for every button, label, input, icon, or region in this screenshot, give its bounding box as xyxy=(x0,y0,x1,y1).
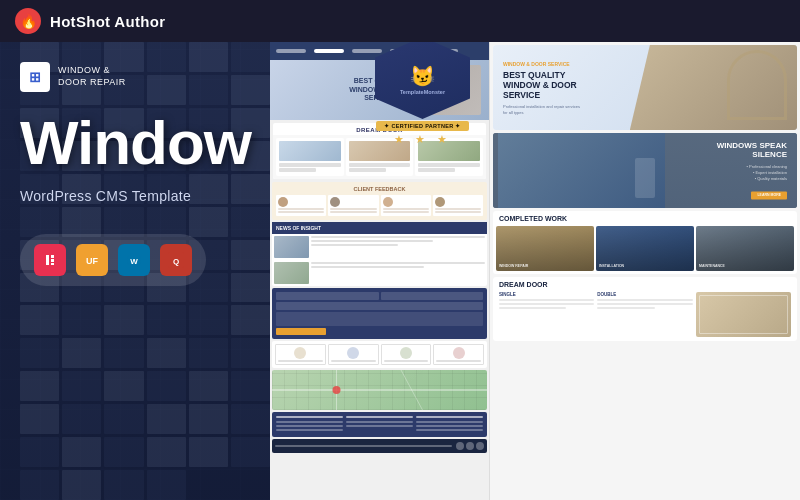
feedback-line-1 xyxy=(278,208,324,210)
card-image-1 xyxy=(279,141,341,161)
grid-cell xyxy=(147,371,186,401)
feedback-line-3 xyxy=(330,208,376,210)
preview-right: WINDOW & DOOR SERVICE BEST QUALITYWINDOW… xyxy=(490,42,800,500)
work-images-grid: WINDOW REPAIR INSTALLATION MAINTENANCE xyxy=(493,226,797,274)
work-image-1: WINDOW REPAIR xyxy=(496,226,594,271)
grid-cell xyxy=(104,338,143,368)
feedback-item-4 xyxy=(433,195,483,216)
door-title: DREAM DOOR xyxy=(499,281,791,288)
grid-cell xyxy=(62,470,101,500)
footer-line-1 xyxy=(276,421,343,423)
brand-badge: ⊞ WINDOW & DOOR REPAIR xyxy=(20,62,250,92)
grid-cell xyxy=(231,338,270,368)
feedback-item-3 xyxy=(381,195,431,216)
card-text-1 xyxy=(279,163,341,167)
grid-cell xyxy=(231,371,270,401)
grid-cell xyxy=(147,437,186,467)
news-row-2 xyxy=(272,260,487,286)
feedback-avatar-3 xyxy=(383,197,393,207)
feedback-line-7 xyxy=(435,208,481,210)
mockup-feedback-section: CLIENT FEEDBACK xyxy=(272,182,487,220)
work-label-2: INSTALLATION xyxy=(599,264,691,268)
grid-cell xyxy=(147,305,186,335)
social-icon-1 xyxy=(456,442,464,450)
grid-cell xyxy=(20,437,59,467)
news-row-1 xyxy=(272,234,487,260)
grid-cell xyxy=(62,437,101,467)
tm-certified-badge: ✦ CERTIFIED PARTNER ✦ xyxy=(376,121,468,131)
grid-cell xyxy=(189,305,228,335)
svg-point-16 xyxy=(333,386,341,394)
mid-cta-btn: LEARN MORE xyxy=(751,191,787,199)
mid-list-item-3: • Quality materials xyxy=(717,176,787,181)
grid-cell xyxy=(104,437,143,467)
form-field-1 xyxy=(276,292,379,300)
news-lines-2 xyxy=(311,262,485,284)
svg-rect-4 xyxy=(51,255,54,258)
quicklancer-icon: Q xyxy=(160,244,192,276)
feedback-items xyxy=(276,195,483,216)
social-icon-2 xyxy=(466,442,474,450)
hero-label: WINDOW & DOOR SERVICE xyxy=(503,60,583,66)
footer-col-1 xyxy=(276,416,343,433)
footer-line-2 xyxy=(276,425,343,427)
brand-icon: ⊞ xyxy=(20,62,50,92)
svg-rect-6 xyxy=(51,263,54,265)
grid-cell xyxy=(104,470,143,500)
hero-description: Professional installation and repair ser… xyxy=(503,104,583,115)
door-col-double: DOUBLE xyxy=(597,292,692,337)
footer-line-7 xyxy=(416,425,483,427)
grid-cell xyxy=(20,404,59,434)
news-line-1 xyxy=(311,236,485,238)
mockup-footer xyxy=(272,412,487,437)
grid-cell xyxy=(231,404,270,434)
svg-rect-2 xyxy=(42,252,58,268)
door-preview-image xyxy=(696,292,791,337)
work-image-2: INSTALLATION xyxy=(596,226,694,271)
mockup-bottom-bar xyxy=(272,439,487,453)
card-text-2 xyxy=(279,168,316,172)
news-line-3 xyxy=(311,244,398,246)
hotshot-logo-icon: 🔥 xyxy=(14,7,42,35)
grid-cell xyxy=(62,404,101,434)
subtitle: WordPress CMS Template xyxy=(20,188,250,204)
door-line-6 xyxy=(597,307,654,309)
bottom-bar-line xyxy=(275,445,452,447)
service-icon-3 xyxy=(381,344,432,365)
form-field-3 xyxy=(276,302,483,310)
hero-title: BEST QUALITYWINDOW & DOORSERVICE xyxy=(503,69,583,100)
feedback-avatar-2 xyxy=(330,197,340,207)
nav-item-active xyxy=(314,49,344,53)
grid-cell xyxy=(20,470,59,500)
svg-rect-5 xyxy=(51,259,54,262)
service-icon-img-2 xyxy=(347,347,359,359)
grid-cell xyxy=(189,371,228,401)
right-panel: 😼 TemplateMonster ✦ CERTIFIED PARTNER ✦ … xyxy=(270,42,800,500)
tm-brand-text: TemplateMonster xyxy=(400,89,445,96)
grid-cell xyxy=(147,470,186,500)
feedback-line-5 xyxy=(383,208,429,210)
grid-cell xyxy=(20,338,59,368)
service-icon-img xyxy=(294,347,306,359)
feedback-item-2 xyxy=(328,195,378,216)
header-title: HotShot Author xyxy=(50,13,165,30)
mockup-form-section xyxy=(272,288,487,339)
form-textarea xyxy=(276,312,483,326)
grid-cell xyxy=(147,338,186,368)
form-field-2 xyxy=(381,292,484,300)
brand-line1: WINDOW & xyxy=(58,65,126,77)
news-line-2 xyxy=(311,240,433,242)
brand-text: WINDOW & DOOR REPAIR xyxy=(58,65,126,88)
footer-line-4 xyxy=(346,421,413,423)
wordpress-icon: W xyxy=(118,244,150,276)
feedback-avatar-4 xyxy=(435,197,445,207)
door-col-title-2: DOUBLE xyxy=(597,292,692,297)
cms-icons-row: UF W Q xyxy=(20,234,206,286)
footer-col-3 xyxy=(416,416,483,433)
grid-cell xyxy=(231,437,270,467)
footer-header-1 xyxy=(276,416,343,418)
card-text-5 xyxy=(418,163,480,167)
preview-container: BEST QUALITYWINDOW & DOORSERVICE DREAM D… xyxy=(270,42,800,500)
social-icons xyxy=(456,442,484,450)
right-preview-scroll: WINDOW & DOOR SERVICE BEST QUALITYWINDOW… xyxy=(490,42,800,500)
